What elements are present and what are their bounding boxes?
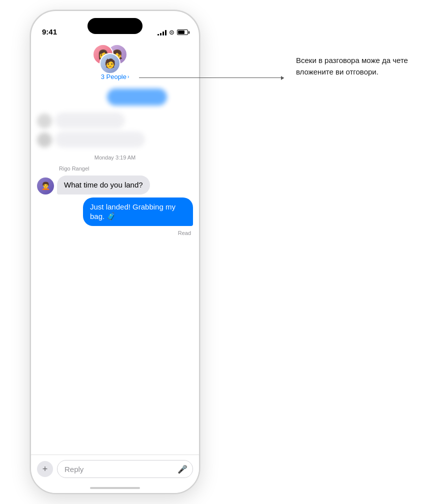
avatar-group[interactable]: 👩 👧 🧑 — [92, 44, 138, 72]
reply-placeholder-text: Reply — [64, 465, 84, 474]
blurred-bubble-right — [107, 88, 167, 106]
sent-bubble[interactable]: Just landed! Grabbing my bag. 🧳 — [83, 198, 193, 226]
timestamp: Monday 3:19 AM — [37, 154, 193, 160]
reply-input[interactable]: Reply 🎤 — [57, 460, 193, 478]
people-label[interactable]: 3 People › — [101, 73, 130, 80]
wifi-icon: ⊜ — [169, 28, 174, 36]
status-time: 9:41 — [42, 28, 57, 36]
phone-frame: 9:41 ⊜ 👩 👧 🧑 — [30, 10, 200, 494]
plus-icon: + — [42, 464, 48, 474]
battery-fill — [178, 30, 184, 34]
status-icons: ⊜ — [158, 28, 188, 36]
callout-line — [139, 78, 284, 78]
annotation-container: Всеки в разговора може да чете вложените… — [296, 55, 421, 78]
scene: 9:41 ⊜ 👩 👧 🧑 — [0, 0, 436, 504]
received-message-row: 🧑‍🦱 What time do you land? — [37, 176, 193, 194]
blurred-message-2 — [37, 112, 193, 148]
signal-bar-4 — [165, 30, 166, 36]
avatar-3: 🧑 — [100, 53, 120, 74]
plus-button[interactable]: + — [37, 461, 53, 477]
signal-bars-icon — [158, 30, 166, 36]
signal-bar-2 — [160, 33, 162, 36]
sender-name: Rigo Rangel — [59, 166, 193, 172]
blurred-message-1 — [107, 88, 193, 106]
messages-area: Monday 3:19 AM Rigo Rangel 🧑‍🦱 What time… — [31, 84, 199, 240]
signal-bar-3 — [162, 32, 164, 36]
people-count-text: 3 People — [101, 73, 126, 80]
signal-bar-1 — [158, 34, 159, 36]
sender-avatar: 🧑‍🦱 — [37, 178, 54, 194]
received-bubble[interactable]: What time do you land? — [57, 176, 150, 194]
home-indicator — [90, 487, 140, 489]
sent-message-row: Just landed! Grabbing my bag. 🧳 — [37, 198, 193, 226]
phone-content: 👩 👧 🧑 3 People › — [31, 39, 199, 493]
annotation-text: Всеки в разговора може да чете вложените… — [296, 55, 421, 78]
mic-icon[interactable]: 🎤 — [178, 464, 188, 474]
read-label: Read — [37, 230, 191, 236]
dynamic-island — [88, 18, 142, 34]
battery-icon — [177, 30, 188, 35]
chevron-right-icon: › — [128, 74, 129, 80]
